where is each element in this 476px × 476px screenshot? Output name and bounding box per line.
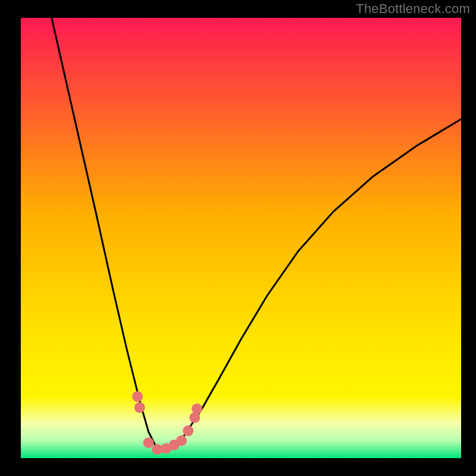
highlight-dot bbox=[132, 391, 143, 402]
highlight-dot bbox=[176, 435, 187, 446]
highlight-dot bbox=[192, 403, 202, 414]
highlight-dot bbox=[134, 402, 145, 413]
plot-background bbox=[21, 18, 461, 458]
chart-frame: { "watermark": "TheBottleneck.com", "col… bbox=[0, 0, 476, 476]
highlight-dot bbox=[143, 437, 154, 448]
highlight-dot bbox=[183, 425, 193, 436]
watermark-text: TheBottleneck.com bbox=[356, 1, 470, 17]
bottleneck-chart bbox=[0, 0, 476, 476]
